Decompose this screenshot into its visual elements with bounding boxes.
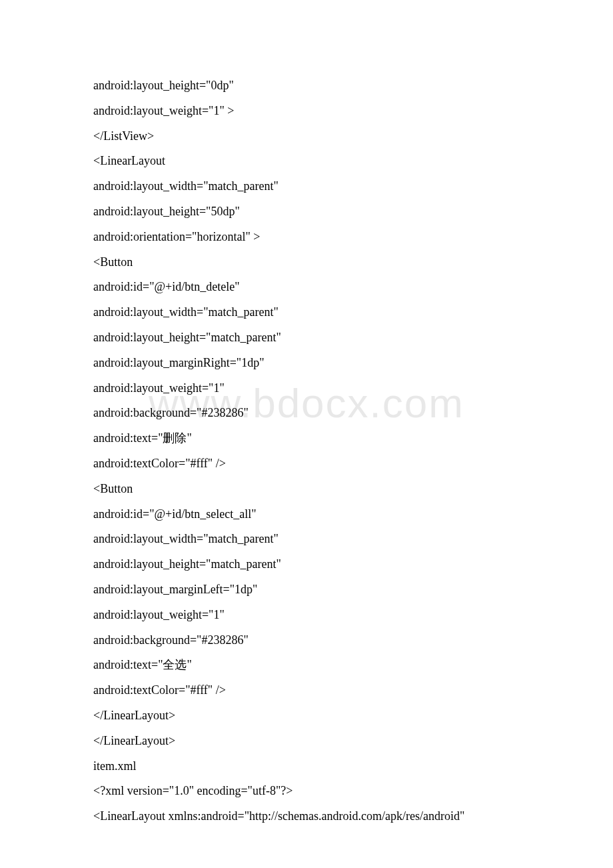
code-line: android:layout_height="match_parent" — [93, 325, 520, 351]
code-line: android:layout_weight="1" — [93, 603, 520, 628]
code-line: <Button — [93, 477, 520, 502]
code-line: android:layout_height="0dp" — [93, 73, 520, 99]
code-line: android:textColor="#fff" /> — [93, 678, 520, 703]
code-line: android:background="#238286" — [93, 628, 520, 653]
code-line: android:layout_weight="1" — [93, 376, 520, 401]
code-line: </LinearLayout> — [93, 703, 520, 729]
code-line: android:text="删除" — [93, 426, 520, 451]
code-line: android:layout_height="50dp" — [93, 199, 520, 225]
code-line: android:layout_weight="1" > — [93, 99, 520, 124]
code-line: android:textColor="#fff" /> — [93, 451, 520, 477]
code-line: android:id="@+id/btn_detele" — [93, 275, 520, 300]
code-line: android:text="全选" — [93, 653, 520, 678]
code-line: android:layout_width="match_parent" — [93, 300, 520, 325]
code-line: android:background="#238286" — [93, 401, 520, 426]
code-line: android:layout_height="match_parent" — [93, 552, 520, 577]
code-line: android:layout_width="match_parent" — [93, 174, 520, 199]
code-line: <Button — [93, 250, 520, 275]
document-page: www.bdocx.com android:layout_height="0dp… — [0, 0, 613, 868]
code-line: android:layout_marginRight="1dp" — [93, 351, 520, 376]
code-line: android:orientation="horizontal" > — [93, 225, 520, 250]
code-line: android:layout_marginLeft="1dp" — [93, 577, 520, 603]
code-line: android:id="@+id/btn_select_all" — [93, 502, 520, 527]
code-line: <LinearLayout — [93, 149, 520, 174]
code-line: <?xml version="1.0" encoding="utf-8"?> — [93, 779, 520, 804]
code-line: </LinearLayout> — [93, 729, 520, 754]
code-line: android:layout_width="match_parent" — [93, 527, 520, 552]
code-line: item.xml — [93, 754, 520, 779]
code-line: </ListView> — [93, 124, 520, 149]
code-line: <LinearLayout xmlns:android="http://sche… — [93, 804, 520, 829]
